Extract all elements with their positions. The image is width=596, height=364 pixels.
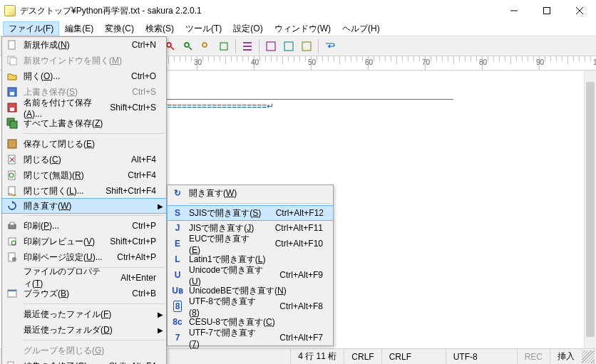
menu-item: 新規ウインドウを開く(M) — [2, 53, 166, 68]
minimize-button[interactable] — [498, 0, 530, 21]
submenu-item[interactable]: ↻開き直す(W) — [168, 185, 333, 201]
close-icon — [2, 154, 22, 165]
svg-rect-16 — [10, 58, 16, 65]
menu-item-label: 編集の全終了(Q) — [22, 360, 95, 365]
menu-item-label: ブラウズ(B) — [22, 288, 118, 300]
menu-変換[interactable]: 変換(C) — [99, 21, 140, 36]
submenu-item-label: 開き直す(W) — [187, 187, 309, 199]
menu-item[interactable]: 開く(O)...Ctrl+O — [2, 68, 166, 84]
menu-ファイル[interactable]: ファイル(F) — [3, 21, 59, 36]
svg-point-7 — [167, 43, 171, 47]
menu-ツール[interactable]: ツール(T) — [180, 21, 227, 36]
menu-item[interactable]: 保存して閉じる(E) — [2, 136, 166, 152]
closeall-icon — [2, 360, 22, 364]
menu-item[interactable]: 名前を付けて保存(A)...Shift+Ctrl+S — [2, 100, 166, 115]
close-button[interactable] — [563, 0, 596, 21]
menu-item[interactable]: 閉じて(無題)(R)Ctrl+F4 — [2, 167, 166, 183]
menu-item[interactable]: 印刷ページ設定(U)...Ctrl+Alt+P — [2, 249, 166, 265]
reopen-icon — [2, 200, 22, 212]
svg-point-8 — [185, 43, 189, 47]
menu-item-label: 最近使ったフォルダ(D) — [22, 324, 142, 336]
menu-item[interactable]: 閉じる(C)Alt+F4 — [2, 152, 166, 167]
saveall-icon — [2, 118, 22, 129]
menu-item[interactable]: 印刷(P)...Ctrl+P — [2, 218, 166, 234]
menu-ウィンドウ[interactable]: ウィンドウ(W) — [269, 21, 336, 36]
menu-item[interactable]: すべて上書き保存(Z) — [2, 115, 166, 131]
resize-grip[interactable] — [582, 350, 595, 363]
encoding-glyph-icon: Uʙ — [168, 286, 187, 296]
submenu-arrow-icon: ▶ — [158, 326, 163, 334]
menu-item-label: 新規ウインドウを開く(M) — [22, 55, 142, 67]
newwin-icon — [2, 55, 22, 66]
encoding-glyph-icon: U — [168, 270, 187, 280]
save-icon — [2, 86, 22, 98]
svg-rect-11 — [267, 42, 275, 51]
app-icon — [4, 5, 16, 16]
open-icon — [2, 71, 22, 82]
menu-ヘルプ[interactable]: ヘルプ(H) — [336, 21, 386, 36]
submenu-arrow-icon: ▶ — [158, 202, 163, 210]
saveclose-icon — [2, 138, 22, 150]
menu-item[interactable]: ファイルのプロパティ(T)Alt+Enter — [2, 270, 166, 286]
status-eol-in: CRLF — [344, 349, 381, 364]
browse-icon — [2, 288, 22, 299]
menu-item-label: 閉じて(無題)(R) — [22, 170, 113, 182]
submenu-item[interactable]: 7UTF-7で開き直す(7)Ctrl+Alt+F7 — [168, 330, 333, 345]
svg-rect-29 — [10, 222, 14, 225]
menu-item-label: 閉じる(C) — [22, 154, 117, 166]
encoding-glyph-icon: 7 — [168, 333, 187, 343]
menu-編集[interactable]: 編集(E) — [59, 21, 99, 36]
menu-item[interactable]: 閉じて開く(L)...Shift+Ctrl+F4 — [2, 183, 166, 199]
submenu-item[interactable]: EEUCで開き直す(E)Ctrl+Alt+F10 — [168, 236, 333, 251]
vertical-scrollbar[interactable] — [584, 71, 596, 348]
menu-item-label: 開き直す(W) — [22, 200, 143, 212]
tb-replace-icon[interactable] — [198, 38, 214, 54]
file-menu[interactable]: 新規作成(N)Ctrl+N新規ウインドウを開く(M)開く(O)...Ctrl+O… — [1, 36, 167, 364]
encoding-glyph-icon: 8c — [168, 317, 187, 327]
tb-outline-icon[interactable] — [240, 38, 255, 54]
encoding-glyph-icon: L — [168, 254, 187, 264]
menu-item-label: 閉じて開く(L)... — [22, 185, 91, 197]
submenu-item[interactable]: SSJISで開き直す(S)Ctrl+Alt+F12 — [167, 205, 334, 221]
svg-rect-12 — [284, 42, 293, 51]
new-icon — [2, 39, 22, 51]
menu-item-label: 開く(O)... — [22, 71, 117, 83]
submenu-item-label: UTF-7で開き直す(7) — [187, 327, 265, 349]
window-title: デスクトップ¥Python再学習.txt - sakura 2.2.0.1 — [20, 5, 498, 17]
menu-設定[interactable]: 設定(O) — [227, 21, 268, 36]
menu-item[interactable]: 印刷プレビュー(V)Shift+Ctrl+P — [2, 234, 166, 249]
tb-findprev-icon[interactable] — [180, 38, 196, 54]
print-icon — [2, 220, 22, 232]
tb-type3-icon[interactable] — [299, 38, 314, 54]
closeopen-icon — [2, 185, 22, 197]
svg-rect-20 — [10, 108, 14, 111]
menu-item-label: 印刷ページ設定(U)... — [22, 251, 103, 264]
tb-mark-icon[interactable] — [216, 38, 232, 54]
menu-bar[interactable]: ファイル(F)編集(E)変換(C)検索(S)ツール(T)設定(O)ウィンドウ(W… — [0, 21, 596, 36]
submenu-item[interactable]: UUnicodeで開き直す(U)Ctrl+Alt+F9 — [168, 267, 333, 283]
encoding-glyph-icon: E — [168, 239, 187, 249]
menu-item-label: 新規作成(N) — [22, 39, 118, 51]
menu-item-label: 印刷プレビュー(V) — [22, 236, 96, 248]
reopen-submenu[interactable]: ↻開き直す(W)SSJISで開き直す(S)Ctrl+Alt+F12JJISで開き… — [167, 184, 334, 346]
menu-item[interactable]: 新規作成(N)Ctrl+N — [2, 37, 166, 53]
status-position: 4 行 11 桁 — [290, 349, 344, 364]
status-eol-out: CRLF — [381, 349, 446, 364]
svg-rect-14 — [9, 41, 15, 49]
menu-検索[interactable]: 検索(S) — [140, 21, 180, 36]
tb-type2-icon[interactable] — [281, 38, 297, 54]
menu-item[interactable]: 最近使ったフォルダ(D)▶ — [2, 322, 166, 338]
menu-item-label: 最近使ったファイル(F) — [22, 308, 142, 321]
menu-item[interactable]: ブラウズ(B)Ctrl+B — [2, 286, 166, 301]
menu-item[interactable]: 開き直す(W)▶ — [1, 198, 167, 214]
menu-item[interactable]: 最近使ったファイル(F)▶ — [2, 306, 166, 322]
tb-type1-icon[interactable] — [263, 38, 279, 54]
pagesetup-icon — [2, 251, 22, 263]
tb-wrap-icon[interactable] — [322, 38, 338, 54]
menu-item: グループを閉じる(G) — [2, 343, 166, 358]
submenu-item[interactable]: 8UTF-8で開き直す(8)Ctrl+Alt+F8 — [168, 298, 333, 314]
menu-item[interactable]: 編集の全終了(Q)Shift+Alt+F4 — [2, 358, 166, 364]
maximize-button[interactable] — [530, 0, 563, 21]
encoding-glyph-icon: 8 — [168, 301, 187, 312]
encoding-glyph-icon: J — [168, 223, 187, 233]
